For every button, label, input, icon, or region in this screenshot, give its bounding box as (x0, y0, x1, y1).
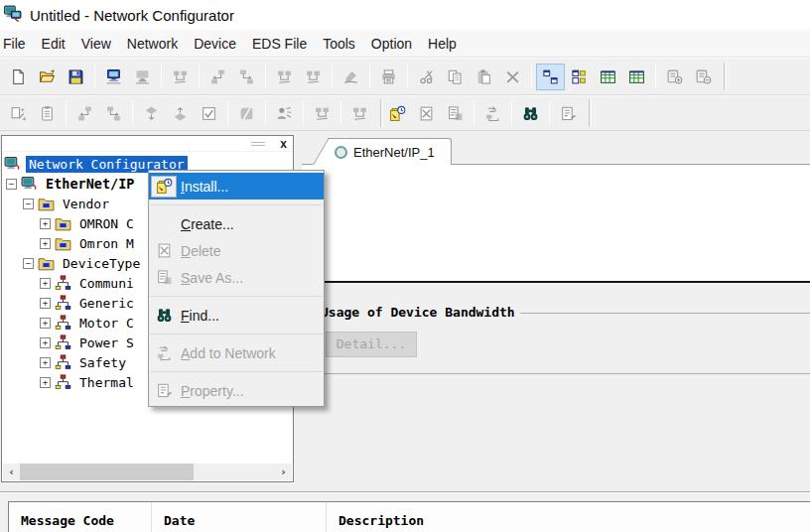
save-eds-button[interactable] (441, 100, 470, 127)
position-view-button[interactable] (565, 64, 594, 90)
menu-file[interactable]: File (0, 32, 35, 56)
menu-option[interactable]: Option (362, 32, 421, 56)
scroll-right-arrow-icon[interactable]: › (275, 464, 292, 480)
menu-item-label: Create... (181, 216, 234, 232)
menu-network[interactable]: Network (118, 32, 187, 56)
maintenance-information-button[interactable] (308, 100, 337, 127)
panel-gripper[interactable] (251, 142, 265, 146)
expand-information-button[interactable] (660, 64, 689, 90)
detail-table-view-2-button[interactable] (622, 64, 651, 90)
menu-item-label: Delete (181, 243, 220, 259)
tree-item-label: Omron M (76, 235, 137, 252)
download-network-button[interactable] (232, 64, 261, 90)
reset-device-button[interactable] (270, 100, 299, 127)
collapse-icon[interactable]: − (23, 199, 34, 209)
expand-icon[interactable]: + (40, 218, 51, 229)
print-button[interactable] (374, 64, 403, 90)
network-canvas[interactable] (302, 165, 810, 283)
collapse-icon[interactable]: − (23, 258, 34, 269)
scroll-left-arrow-icon[interactable]: ‹ (3, 464, 20, 480)
detail-button[interactable]: Detail... (326, 332, 417, 357)
add-to-network-icon (151, 342, 177, 364)
menu-tools[interactable]: Tools (314, 32, 364, 56)
large-icons-view-button[interactable] (536, 64, 565, 90)
context-menu-item-save-as[interactable]: Save As... (149, 264, 324, 291)
horizontal-splitter[interactable] (0, 482, 810, 501)
expand-icon[interactable]: + (40, 298, 51, 309)
cut-button[interactable] (412, 64, 441, 90)
paste-button[interactable] (470, 64, 498, 90)
diagnose-network-button[interactable] (345, 100, 374, 127)
toolbar-separator (369, 65, 370, 88)
export-device-button[interactable] (99, 100, 128, 127)
expand-icon[interactable]: + (40, 278, 51, 289)
context-menu-item-delete[interactable]: Delete (149, 237, 324, 264)
find-device-button[interactable] (516, 100, 545, 127)
expand-icon[interactable]: + (40, 377, 51, 388)
monitor-device-button[interactable] (232, 100, 261, 127)
setup-wizard-button[interactable] (4, 100, 33, 127)
verify-structure-button[interactable] (270, 64, 299, 90)
context-menu-item-create[interactable]: Create... (149, 210, 324, 237)
install-eds-button[interactable] (383, 100, 412, 127)
new-file-button[interactable] (4, 64, 33, 90)
import-device-icon (76, 105, 93, 122)
copy-icon (447, 68, 464, 85)
column-header-message-code[interactable]: Message Code (9, 502, 152, 532)
verify-device-button[interactable] (195, 100, 223, 127)
menu-view[interactable]: View (72, 32, 120, 56)
expand-icon[interactable]: + (40, 318, 51, 329)
scrollbar-track[interactable] (20, 464, 275, 480)
copy-button[interactable] (441, 64, 470, 90)
save-file-button[interactable] (62, 64, 90, 90)
menu-eds-file[interactable]: EDS File (243, 32, 316, 56)
upload-network-button[interactable] (203, 64, 232, 90)
setup-report-button[interactable] (33, 100, 62, 127)
delete-icon (504, 68, 521, 85)
tree-horizontal-scrollbar[interactable]: ‹ › (3, 464, 292, 480)
tree-item-label: OMRON C (76, 215, 137, 232)
usage-of-device-bandwidth-group: Usage of Device Bandwidth Detail... (307, 313, 810, 374)
context-menu-item-property[interactable]: Property... (149, 377, 324, 404)
upload-from-device-button[interactable] (166, 100, 195, 127)
tab-label: EtherNet/IP_1 (353, 145, 435, 160)
panel-header: x (2, 136, 293, 152)
network-tab-strip: EtherNet/IP_1 (302, 135, 810, 165)
write-signature-button[interactable] (337, 64, 365, 90)
tab-ethernet-ip-1[interactable]: EtherNet/IP_1 (328, 138, 452, 165)
close-icon[interactable]: x (280, 136, 287, 152)
download-to-device-button[interactable] (137, 100, 166, 127)
open-file-button[interactable] (33, 64, 62, 90)
collapse-icon[interactable]: − (6, 179, 17, 190)
menu-edit[interactable]: Edit (33, 32, 74, 56)
folder-icon (55, 215, 72, 231)
toolbar-separator (511, 101, 512, 125)
menu-help[interactable]: Help (419, 32, 466, 56)
expand-icon[interactable]: + (40, 357, 51, 368)
context-menu-item-install[interactable]: Install... (149, 173, 324, 200)
column-header-description[interactable]: Description (327, 502, 810, 532)
collapse-information-button[interactable] (689, 64, 718, 90)
delete-button[interactable] (498, 64, 527, 90)
device-property-button[interactable] (554, 100, 583, 127)
expand-icon[interactable]: + (40, 337, 51, 348)
import-device-button[interactable] (70, 100, 99, 127)
toolbar-standard (0, 58, 810, 95)
column-header-date[interactable]: Date (152, 502, 327, 532)
new-file-icon (10, 68, 27, 85)
expand-icon[interactable]: + (40, 238, 51, 249)
detail-table-view-button[interactable] (594, 64, 622, 90)
scrollbar-thumb[interactable] (20, 464, 194, 480)
connect-network-button[interactable] (99, 64, 128, 90)
reset-device-icon (276, 105, 293, 122)
verify-network-button[interactable] (299, 64, 328, 90)
edit-network-button[interactable] (166, 64, 195, 90)
delete-eds-button[interactable] (412, 100, 441, 127)
toolbar-separator (132, 101, 133, 125)
add-to-network-button[interactable] (478, 100, 507, 127)
toolbar-separator (473, 101, 474, 125)
context-menu-item-find[interactable]: Find... (149, 302, 324, 329)
disconnect-network-button[interactable] (128, 64, 157, 90)
context-menu-item-add-to-network[interactable]: Add to Network (149, 339, 324, 366)
menu-device[interactable]: Device (185, 32, 245, 56)
